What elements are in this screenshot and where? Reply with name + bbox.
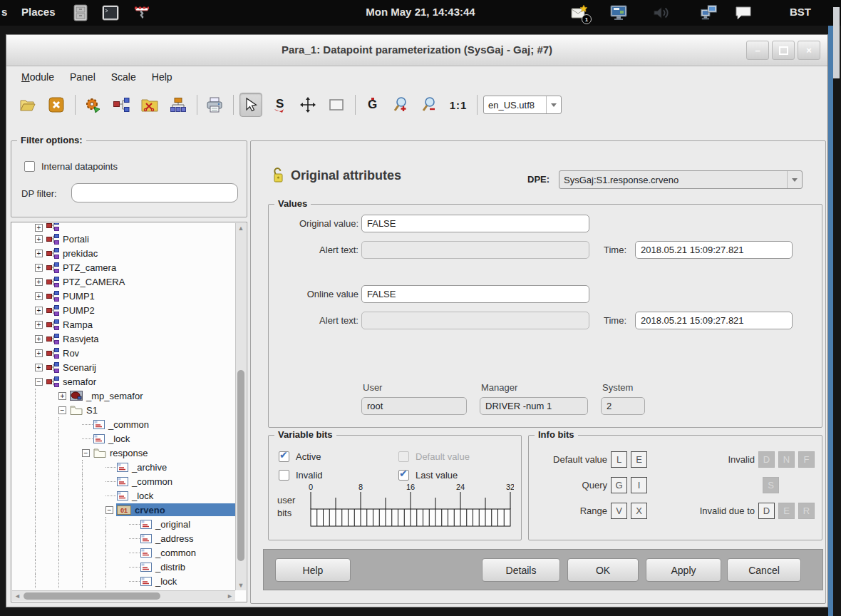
- scroll-down-icon[interactable]: ▼: [236, 582, 246, 589]
- tree-item-Rasvjeta[interactable]: +Rasvjeta: [35, 332, 235, 346]
- info-bit-G[interactable]: G: [611, 477, 627, 493]
- online-value-field[interactable]: FALSE: [361, 285, 589, 303]
- dp-edit-icon[interactable]: [138, 93, 161, 117]
- tree-item-_lock[interactable]: _lock: [35, 488, 235, 503]
- toy-icon[interactable]: [133, 4, 151, 22]
- mail-notification-icon[interactable]: 1: [570, 4, 589, 22]
- checkbox-box[interactable]: [279, 470, 289, 481]
- scrollbar-thumb[interactable]: [237, 370, 244, 561]
- run-gear-icon[interactable]: [81, 93, 104, 117]
- collapse-icon[interactable]: −: [82, 449, 90, 457]
- info-bit-E[interactable]: E: [631, 451, 647, 468]
- tree-item-PTZ_CAMERA[interactable]: +PTZ_CAMERA: [35, 274, 235, 289]
- info-bit-L[interactable]: L: [611, 451, 627, 468]
- cancel-button[interactable]: Cancel: [727, 558, 801, 582]
- tree-item-_common[interactable]: _common: [35, 474, 235, 488]
- help-button[interactable]: Help: [275, 558, 351, 582]
- tree-item-partial[interactable]: +: [35, 223, 235, 232]
- dp-tree[interactable]: ++Portali+prekidac+PTZ_camera+PTZ_CAMERA…: [12, 223, 235, 590]
- expand-icon[interactable]: +: [35, 292, 43, 300]
- zoom-1-1-label[interactable]: 1:1: [447, 93, 470, 117]
- checkbox-active[interactable]: Active: [279, 451, 323, 462]
- info-bit-V[interactable]: V: [611, 503, 627, 519]
- expand-icon[interactable]: +: [35, 364, 43, 371]
- zoom-g-icon[interactable]: G: [361, 93, 384, 117]
- select-cursor-icon[interactable]: [239, 93, 262, 117]
- menu-scale[interactable]: Scale: [103, 69, 144, 85]
- checkbox-invalid[interactable]: Invalid: [279, 470, 323, 481]
- expand-icon[interactable]: +: [58, 392, 66, 400]
- zoom-out-icon[interactable]: [418, 93, 441, 117]
- tree-item-_address[interactable]: _address: [35, 531, 235, 545]
- collapse-icon[interactable]: −: [58, 406, 66, 414]
- locale-select[interactable]: en_US.utf8: [483, 96, 562, 114]
- info-bit-D[interactable]: D: [758, 503, 775, 519]
- tree-vertical-scrollbar[interactable]: ▲ ▼: [235, 223, 246, 590]
- menu-panel[interactable]: Panel: [62, 69, 103, 85]
- expand-icon[interactable]: +: [35, 349, 43, 357]
- apply-button[interactable]: Apply: [646, 558, 721, 582]
- tree-horizontal-scrollbar[interactable]: ◄ ►: [12, 590, 235, 601]
- tree-item-PTZ_camera[interactable]: +PTZ_camera: [35, 260, 235, 274]
- checkbox-box[interactable]: [279, 451, 289, 462]
- dp-tree-icon[interactable]: [110, 93, 133, 117]
- rect-select-icon[interactable]: [325, 93, 348, 117]
- checkbox-box[interactable]: [398, 470, 409, 481]
- close-panel-icon[interactable]: [45, 93, 68, 117]
- minimize-button[interactable]: –: [746, 41, 769, 60]
- chat-icon[interactable]: [734, 4, 753, 22]
- expand-icon[interactable]: +: [35, 250, 43, 257]
- tree-item-Rampa[interactable]: +Rampa: [35, 317, 235, 332]
- terminal-icon[interactable]: [101, 4, 120, 22]
- info-bit-I[interactable]: I: [631, 477, 647, 493]
- scroll-left-icon[interactable]: ◄: [14, 592, 21, 600]
- expand-icon[interactable]: +: [35, 278, 43, 286]
- dp-filter-input[interactable]: [71, 183, 238, 202]
- move-icon[interactable]: [296, 93, 319, 117]
- tree-item-PUMP1[interactable]: +PUMP1: [35, 289, 235, 303]
- collapse-icon[interactable]: −: [35, 378, 43, 386]
- tree-item-_archive[interactable]: _archive: [35, 460, 235, 474]
- scrollbar-thumb[interactable]: [24, 592, 160, 600]
- maximize-button[interactable]: [772, 41, 795, 60]
- ok-button[interactable]: OK: [567, 558, 639, 582]
- scroll-up-icon[interactable]: ▲: [236, 225, 246, 232]
- expand-icon[interactable]: +: [35, 335, 43, 343]
- simulate-s-icon[interactable]: S: [268, 93, 291, 117]
- collapse-icon[interactable]: −: [105, 506, 113, 514]
- tree-item-_mp_semafor[interactable]: +_mp_semafor: [35, 389, 235, 403]
- tree-item-_distrib[interactable]: _distrib: [35, 560, 235, 574]
- menu-help[interactable]: Help: [144, 69, 180, 85]
- tree-item-semafor[interactable]: −semafor: [35, 374, 235, 389]
- tree-item-Portali[interactable]: +Portali: [35, 232, 235, 246]
- tree-item-crveno[interactable]: −01crveno: [35, 503, 235, 517]
- expand-icon[interactable]: +: [35, 235, 43, 243]
- expand-icon[interactable]: +: [35, 224, 43, 232]
- clock[interactable]: Mon May 21, 14:43:44: [366, 6, 475, 18]
- file-manager-icon[interactable]: [71, 4, 90, 22]
- network-icon[interactable]: [700, 4, 718, 22]
- expand-icon[interactable]: +: [35, 321, 43, 329]
- close-button[interactable]: ×: [798, 41, 820, 60]
- tree-item-Rov[interactable]: +Rov: [35, 346, 235, 360]
- display-icon[interactable]: [609, 4, 628, 22]
- hierarchy-icon[interactable]: [167, 93, 190, 117]
- places-menu[interactable]: Places: [21, 6, 56, 18]
- titlebar[interactable]: Para_1: Datapoint parameterization (SysG…: [6, 35, 827, 66]
- tree-item-PUMP2[interactable]: +PUMP2: [35, 303, 235, 317]
- expand-icon[interactable]: +: [35, 264, 43, 272]
- zoom-in-icon[interactable]: [390, 93, 413, 117]
- details-button[interactable]: Details: [482, 558, 560, 582]
- info-bit-X[interactable]: X: [631, 503, 647, 519]
- user-bits-ruler[interactable]: 08162432: [309, 483, 514, 533]
- tree-item-_lock[interactable]: _lock: [35, 431, 235, 446]
- dpe-select[interactable]: SysGaj:S1.response.crveno: [559, 170, 803, 189]
- checkbox-last-value[interactable]: Last value: [398, 470, 470, 481]
- tree-item-S1[interactable]: −S1: [35, 403, 235, 417]
- expand-icon[interactable]: +: [35, 307, 43, 314]
- tree-item-prekidac[interactable]: +prekidac: [35, 246, 235, 260]
- tree-item-_common[interactable]: _common: [35, 545, 235, 560]
- tree-item-Scenarij[interactable]: +Scenarij: [35, 360, 235, 374]
- tree-item-_common[interactable]: _common: [35, 417, 235, 431]
- volume-icon[interactable]: [652, 4, 671, 22]
